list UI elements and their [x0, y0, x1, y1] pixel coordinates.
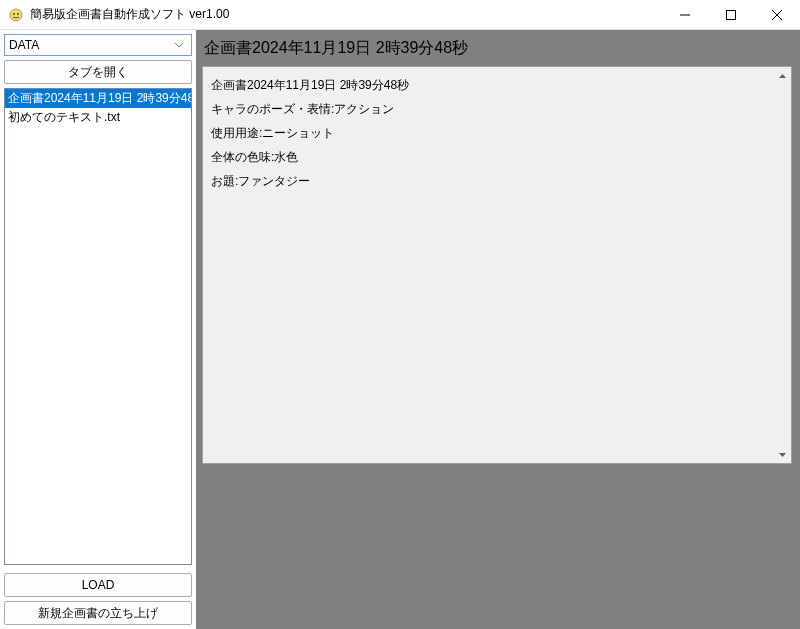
file-list-item[interactable]: 企画書2024年11月19日 2時39分48秒 [5, 89, 191, 108]
svg-rect-4 [727, 10, 736, 19]
scroll-down-icon[interactable] [774, 446, 791, 463]
minimize-button[interactable] [662, 0, 708, 29]
close-button[interactable] [754, 0, 800, 29]
titlebar: 簡易版企画書自動作成ソフト ver1.00 [0, 0, 800, 30]
load-button[interactable]: LOAD [4, 573, 192, 597]
document-line: キャラのポーズ・表情:アクション [211, 97, 783, 121]
app-icon [8, 7, 24, 23]
main-panel: 企画書2024年11月19日 2時39分48秒 企画書2024年11月19日 2… [196, 30, 800, 629]
document-title: 企画書2024年11月19日 2時39分48秒 [196, 30, 800, 65]
document-line: 企画書2024年11月19日 2時39分48秒 [211, 73, 783, 97]
document-line: 全体の色味:水色 [211, 145, 783, 169]
file-list[interactable]: 企画書2024年11月19日 2時39分48秒初めてのテキスト.txt [4, 88, 192, 565]
combo-value: DATA [9, 38, 171, 52]
scroll-up-icon[interactable] [774, 67, 791, 84]
client-area: DATA タブを開く 企画書2024年11月19日 2時39分48秒初めてのテキ… [0, 30, 800, 629]
chevron-down-icon [171, 35, 187, 55]
window-title: 簡易版企画書自動作成ソフト ver1.00 [30, 6, 662, 23]
document-line: 使用用途:ニーショット [211, 121, 783, 145]
svg-point-0 [10, 9, 22, 21]
document-line: お題:ファンタジー [211, 169, 783, 193]
window-controls [662, 0, 800, 29]
new-plan-label: 新規企画書の立ち上げ [38, 605, 158, 622]
bottom-buttons: LOAD 新規企画書の立ち上げ [4, 573, 192, 625]
new-plan-button[interactable]: 新規企画書の立ち上げ [4, 601, 192, 625]
file-list-item[interactable]: 初めてのテキスト.txt [5, 108, 191, 127]
sidebar: DATA タブを開く 企画書2024年11月19日 2時39分48秒初めてのテキ… [0, 30, 196, 629]
open-tab-label: タブを開く [68, 64, 128, 81]
svg-point-1 [13, 13, 15, 15]
svg-point-2 [17, 13, 19, 15]
open-tab-button[interactable]: タブを開く [4, 60, 192, 84]
document-body[interactable]: 企画書2024年11月19日 2時39分48秒キャラのポーズ・表情:アクション使… [202, 66, 792, 464]
load-label: LOAD [82, 578, 115, 592]
data-combo[interactable]: DATA [4, 34, 192, 56]
maximize-button[interactable] [708, 0, 754, 29]
